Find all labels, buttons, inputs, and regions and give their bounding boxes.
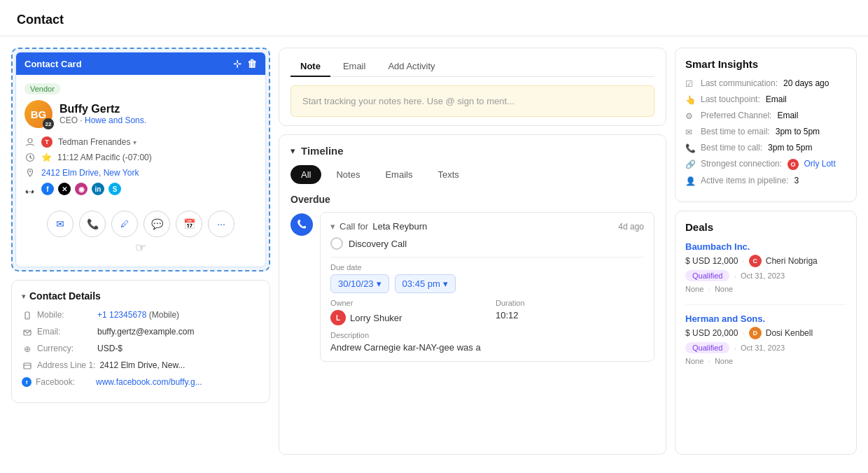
sms-action-btn[interactable]: 💬 [144, 211, 170, 237]
delete-icon[interactable]: 🗑 [247, 58, 257, 69]
note-input[interactable]: Start tracking your notes here. Use @ si… [290, 85, 654, 117]
filter-all[interactable]: All [290, 165, 321, 184]
page-header: Contact [0, 0, 868, 36]
tab-add-activity[interactable]: Add Activity [378, 57, 444, 77]
linkedin-icon[interactable]: in [92, 183, 104, 195]
call-time-label: Best time to call: [701, 143, 762, 153]
tab-email[interactable]: Email [333, 57, 376, 77]
filter-tabs: All Notes Emails Texts [290, 165, 654, 184]
deal-item-1: Baumbach Inc. $ USD 12,000 · C Cheri Nob… [685, 241, 846, 305]
move-icon[interactable]: ⊹ [233, 58, 241, 69]
insight-pipeline: 👤 Active items in pipeline: 3 [685, 176, 846, 186]
deal-none-1a: None [685, 285, 704, 293]
due-date-btn[interactable]: 30/10/23 ▾ [330, 274, 389, 293]
due-date-row: Due date 30/10/23 ▾ 03:45 pm ▾ [330, 263, 644, 293]
collapse-icon[interactable]: ▾ [330, 221, 335, 232]
comm-value: 20 days ago [783, 78, 829, 88]
instagram-icon[interactable]: ◉ [75, 183, 88, 195]
deal-name-2[interactable]: Herman and Sons. [685, 313, 846, 324]
deal-amount-1: $ USD 12,000 · C Cheri Nobriga [685, 255, 846, 267]
task-checkbox[interactable] [330, 237, 343, 250]
facebook-row: f Facebook: www.facebook.com/buffy.g... [22, 377, 260, 387]
email-time-label: Best time to email: [701, 127, 770, 136]
insight-call-time: 📞 Best time to call: 3pm to 5pm [685, 143, 846, 153]
currency-row: ⊕ Currency: USD-$ [22, 344, 260, 355]
main-layout: Contact Card ⊹ 🗑 Vendor BG 22 [0, 36, 868, 466]
deal-name-1[interactable]: Baumbach Inc. [685, 241, 846, 252]
insight-touchpoint: 👆 Last touchpoint: Email [685, 94, 846, 105]
call-label: Call for [340, 221, 368, 232]
mobile-row: Mobile: +1 12345678 (Mobile) [22, 310, 260, 321]
filter-emails[interactable]: Emails [374, 165, 423, 184]
touchpoint-value: Email [766, 94, 787, 104]
activity-tabs-card: Note Email Add Activity Start tracking y… [279, 48, 666, 126]
note-action-btn[interactable]: 🖊 [111, 211, 138, 237]
owner-dropdown[interactable]: ▾ [133, 139, 136, 146]
pipeline-label: Active items in pipeline: [701, 176, 788, 185]
email-time-value: 3pm to 5pm [776, 127, 820, 136]
contact-details-header[interactable]: ▾ Contact Details [22, 290, 260, 302]
filter-notes[interactable]: Notes [326, 165, 370, 184]
address-label: Address Line 1: [37, 360, 95, 370]
duration-col: Duration 10:12 [496, 299, 644, 325]
svg-point-0 [28, 139, 32, 143]
event-call-icon [290, 213, 313, 236]
channel-icon: ⚙ [685, 111, 695, 121]
email-detail-icon [22, 327, 33, 338]
contact-details-title: Contact Details [29, 290, 101, 302]
comm-icon: ☑ [685, 79, 695, 89]
facebook-icon[interactable]: f [41, 183, 54, 195]
insight-connection: 🔗 Strongest connection: O Orly Lott [685, 159, 846, 170]
channel-value: Email [777, 111, 798, 120]
location-row: 2412 Elm Drive, New York [24, 167, 257, 178]
time-star: ⭐ [41, 153, 52, 162]
contact-card-title: Contact Card [24, 59, 82, 69]
contact-card-wrapper: Contact Card ⊹ 🗑 Vendor BG 22 [11, 48, 270, 271]
qualified-badge-1: Qualified [685, 270, 729, 281]
avatar: BG 22 [24, 100, 52, 128]
address-row: Address Line 1: 2412 Elm Drive, New... [22, 360, 260, 372]
contact-name: Buffy Gertz [59, 103, 146, 115]
avatar-badge: 22 [43, 118, 54, 129]
deal-owner-badge-1: C [749, 255, 762, 267]
page-title: Contact [17, 13, 851, 27]
owner-label: Owner [330, 299, 479, 307]
action-buttons: ✉ 📞 🖊 💬 📅 ··· [24, 205, 257, 240]
more-action-btn[interactable]: ··· [208, 211, 234, 237]
tab-note[interactable]: Note [290, 57, 330, 77]
page-wrapper: Contact Contact Card ⊹ 🗑 Vendor [0, 0, 868, 473]
timeline-chevron: ▾ [290, 146, 295, 156]
chevron-icon: ▾ [22, 292, 25, 300]
company-link[interactable]: Howe and Sons. [85, 115, 146, 125]
skype-icon[interactable]: S [108, 183, 121, 195]
call-action-btn[interactable]: 📞 [79, 211, 106, 237]
currency-icon: ⊕ [22, 344, 33, 355]
contact-card-header: Contact Card ⊹ 🗑 [16, 52, 265, 75]
owner-name: Tedman Frenandes ▾ [58, 137, 136, 147]
timeline-header[interactable]: ▾ Timeline [290, 145, 654, 157]
pipeline-value: 3 [794, 176, 799, 185]
calendar-action-btn[interactable]: 📅 [176, 211, 202, 237]
deal-none-2: None · None [685, 355, 846, 366]
email-row: Email: buffy.gertz@example.com [22, 327, 260, 338]
due-time-btn[interactable]: 03:45 pm ▾ [395, 274, 456, 293]
location-value[interactable]: 2412 Elm Drive, New York [41, 168, 139, 178]
connection-label: Strongest connection: [701, 159, 782, 169]
filter-texts[interactable]: Texts [427, 165, 469, 184]
twitter-icon[interactable]: ✕ [58, 183, 71, 195]
owner-initial-badge: T [41, 136, 52, 148]
facebook-value[interactable]: www.facebook.com/buffy.g... [96, 377, 202, 387]
task-name: Discovery Call [349, 239, 407, 249]
qualified-badge-2: Qualified [685, 342, 729, 353]
insight-channel: ⚙ Preferred Channel: Email [685, 111, 846, 121]
mobile-value: +1 12345678 (Mobile) [97, 310, 179, 320]
email-action-btn[interactable]: ✉ [47, 211, 74, 237]
touchpoint-label: Last touchpoint: [701, 94, 760, 104]
contact-card-body: Vendor BG 22 Buffy Gertz CEO · [16, 75, 265, 267]
description-text: Andrew Carnegie kar-NAY-gee was a [330, 342, 644, 353]
left-column: Contact Card ⊹ 🗑 Vendor BG 22 [11, 48, 270, 455]
owner-value: L Lorry Shuker [330, 310, 479, 325]
connection-value: O Orly Lott [788, 159, 836, 170]
smart-insights-title: Smart Insights [685, 58, 846, 70]
deal-date-2: Oct 31, 2023 [741, 344, 785, 352]
